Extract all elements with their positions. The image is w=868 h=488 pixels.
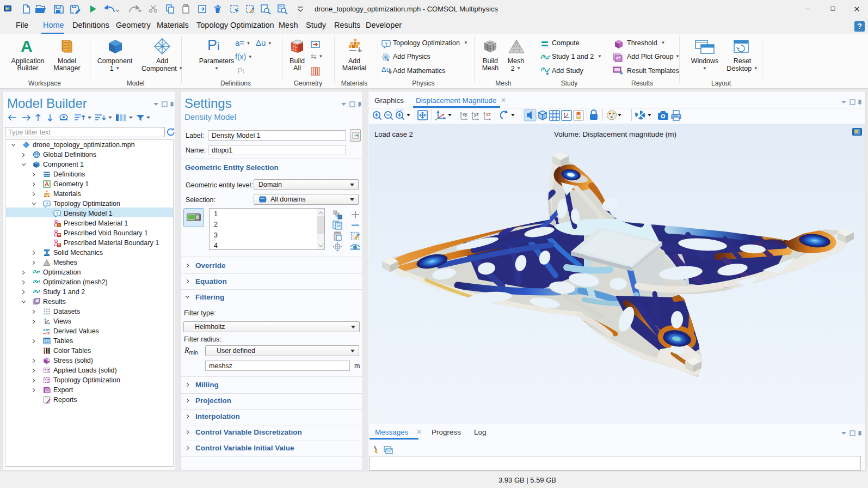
svg-text:yz: yz — [474, 112, 479, 117]
svg-text:?: ? — [385, 41, 388, 47]
svg-text:xy: xy — [463, 112, 467, 117]
svg-text:xz: xz — [486, 112, 491, 117]
